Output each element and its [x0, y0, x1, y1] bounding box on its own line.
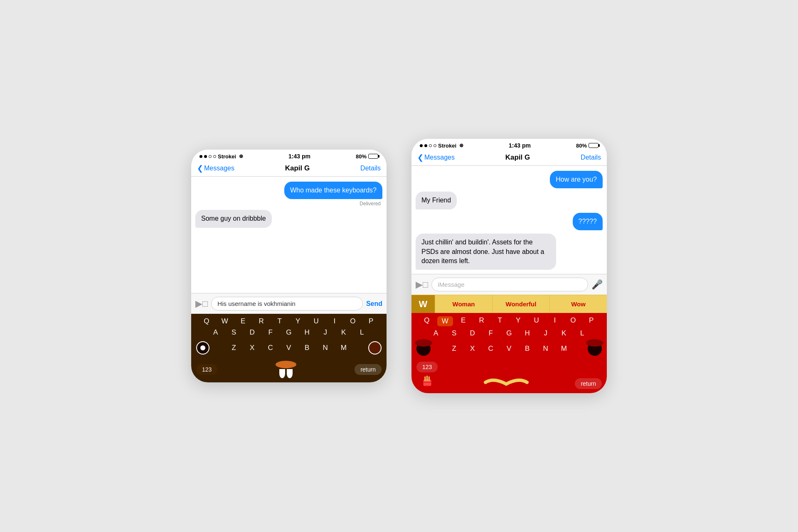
key-V-2[interactable]: V	[501, 345, 517, 353]
key-R-1[interactable]: R	[254, 317, 269, 325]
signal-dot-8	[433, 144, 436, 147]
key-D-1[interactable]: D	[244, 328, 260, 337]
key-E-1[interactable]: E	[235, 317, 251, 325]
key-I-1[interactable]: I	[327, 317, 342, 325]
status-bar-1: Strokei ⊛ 1:43 pm 80%	[191, 150, 387, 161]
carrier-label-1: Strokei	[218, 153, 236, 160]
key-X-2[interactable]: X	[465, 345, 480, 353]
phone-2: Strokei ⊛ 1:43 pm 80% ❮ Messages Kapil G…	[411, 139, 607, 393]
message-input-2[interactable]: iMessage	[431, 278, 588, 291]
message-row-1: Who made these keyboards?	[195, 182, 382, 199]
svg-rect-1	[423, 382, 431, 383]
kb-row-2-2: A S D F G H J K L	[413, 329, 605, 337]
return-btn-2[interactable]: return	[575, 378, 602, 389]
key-H-2[interactable]: H	[520, 329, 535, 337]
key-N-1[interactable]: N	[318, 344, 333, 352]
key-R-2[interactable]: R	[474, 316, 490, 326]
key-Y-2[interactable]: Y	[510, 316, 526, 326]
bubble-received-3: Just chillin' and buildin'. Assets for t…	[416, 234, 556, 270]
bubble-sent-2: How are you?	[550, 171, 603, 188]
messages-area-2: How are you? My Friend ????? Just chilli…	[411, 166, 607, 274]
return-btn-1[interactable]: return	[355, 364, 382, 375]
camera-icon-1[interactable]: ▶□	[195, 298, 208, 309]
nav-bar-1: ❮ Messages Kapil G Details	[191, 161, 387, 177]
key-U-1[interactable]: U	[308, 317, 324, 325]
key-O-1[interactable]: O	[345, 317, 361, 325]
suggestion-item-1[interactable]: Woman	[435, 295, 493, 313]
status-left-1: Strokei ⊛	[200, 153, 243, 160]
key-Z-1[interactable]: Z	[226, 344, 242, 352]
key-U-2[interactable]: U	[529, 316, 544, 326]
signal-dot-6	[424, 144, 427, 147]
key-J-2[interactable]: J	[538, 329, 554, 337]
key-Z-2[interactable]: Z	[446, 345, 462, 353]
key-N-2[interactable]: N	[538, 345, 554, 353]
key-P-1[interactable]: P	[363, 317, 379, 325]
key-Q-1[interactable]: Q	[199, 317, 214, 325]
key-A-2[interactable]: A	[428, 329, 444, 337]
key-W-2[interactable]: W	[437, 316, 453, 326]
bubble-received-1: Some guy on dribbble	[195, 210, 272, 227]
key-S-2[interactable]: S	[446, 329, 462, 337]
key-A-1[interactable]: A	[208, 328, 224, 337]
keyboard-1: Q W E R T Y U I O P A S D F G H J K L	[191, 314, 387, 382]
key-X-1[interactable]: X	[244, 344, 260, 352]
left-eye-1	[196, 341, 209, 355]
key-L-1[interactable]: L	[354, 328, 370, 337]
num-btn-2[interactable]: 123	[416, 362, 438, 372]
key-V-1[interactable]: V	[281, 344, 297, 352]
back-label-2: Messages	[424, 154, 455, 161]
key-L-2[interactable]: L	[574, 329, 590, 337]
camera-icon-2[interactable]: ▶□	[416, 279, 428, 290]
key-O-2[interactable]: O	[565, 316, 581, 326]
detail-button-2[interactable]: Details	[581, 154, 601, 161]
key-E-2[interactable]: E	[456, 316, 471, 326]
suggestion-item-3[interactable]: Wow	[550, 295, 607, 313]
send-button-1[interactable]: Send	[366, 300, 382, 308]
message-row-3: How are you?	[416, 171, 603, 188]
key-Y-1[interactable]: Y	[290, 317, 306, 325]
key-B-2[interactable]: B	[520, 345, 535, 353]
right-eye-2	[588, 342, 602, 356]
key-S-1[interactable]: S	[226, 328, 242, 337]
detail-button-1[interactable]: Details	[360, 165, 381, 172]
key-D-2[interactable]: D	[465, 329, 480, 337]
battery-area-1: 80%	[356, 153, 378, 160]
key-M-2[interactable]: M	[556, 345, 572, 353]
key-Q-2[interactable]: Q	[419, 316, 435, 326]
key-C-2[interactable]: C	[483, 345, 499, 353]
mic-icon-2[interactable]: 🎤	[591, 279, 603, 290]
key-T-2[interactable]: T	[492, 316, 508, 326]
key-G-1[interactable]: G	[281, 328, 297, 337]
back-button-2[interactable]: ❮ Messages	[417, 153, 455, 162]
kb-face-keys-2: Z X C V B N M	[446, 345, 572, 353]
key-H-1[interactable]: H	[299, 328, 315, 337]
key-G-2[interactable]: G	[501, 329, 517, 337]
key-K-1[interactable]: K	[336, 328, 352, 337]
key-M-1[interactable]: M	[336, 344, 352, 352]
back-label-1: Messages	[204, 165, 234, 172]
key-F-2[interactable]: F	[483, 329, 499, 337]
suggestion-item-2[interactable]: Wonderful	[493, 295, 550, 313]
key-K-2[interactable]: K	[556, 329, 572, 337]
bubble-sent-1: Who made these keyboards?	[284, 182, 382, 199]
signal-dot-5	[420, 144, 423, 147]
signal-dot-3	[209, 155, 212, 158]
signal-dot-1	[200, 155, 202, 158]
key-J-1[interactable]: J	[318, 328, 333, 337]
key-W-1[interactable]: W	[217, 317, 233, 325]
key-B-1[interactable]: B	[299, 344, 315, 352]
key-F-1[interactable]: F	[263, 328, 278, 337]
suggestion-w-btn[interactable]: W	[411, 295, 435, 313]
signal-dot-2	[204, 155, 207, 158]
key-P-2[interactable]: P	[584, 316, 599, 326]
message-row-4: My Friend	[416, 192, 603, 209]
message-input-1[interactable]: His username is vokhmianin	[211, 297, 363, 310]
key-T-1[interactable]: T	[272, 317, 288, 325]
nav-title-1: Kapil G	[285, 164, 310, 172]
back-button-1[interactable]: ❮ Messages	[197, 164, 234, 173]
key-I-2[interactable]: I	[547, 316, 563, 326]
right-eye-1	[368, 341, 382, 355]
key-C-1[interactable]: C	[263, 344, 278, 352]
num-btn-1[interactable]: 123	[196, 364, 217, 375]
